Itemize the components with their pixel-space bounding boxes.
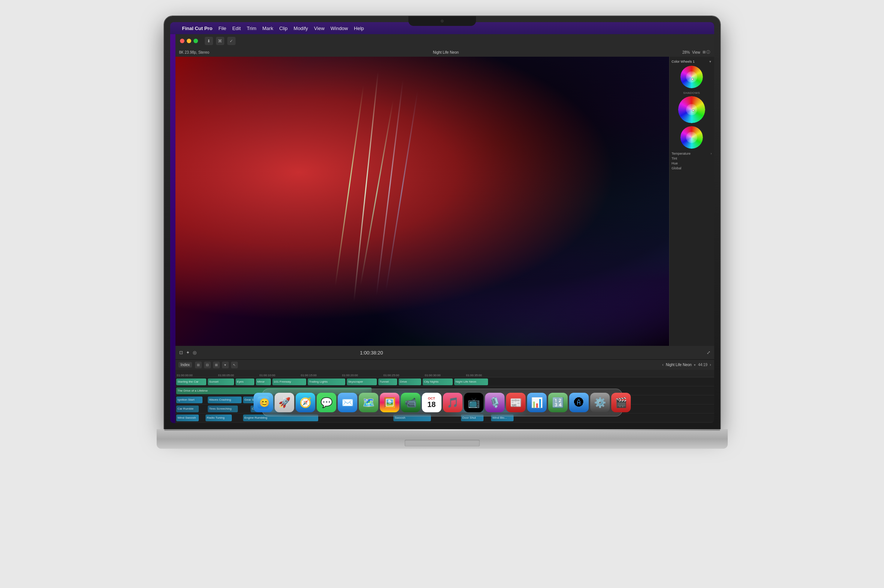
clip-trailing-lights[interactable]: Trailing Lights [308,378,345,385]
dock-icon-podcasts[interactable]: 🎙️ [485,393,505,412]
main-area: 8K 23.98p, Stereo Night Life Neon 28% Vi… [175,48,714,423]
screen: Final Cut Pro File Edit Trim Mark Clip M… [170,22,714,423]
clip-tires-screeching[interactable]: Tires Screeching [208,406,238,412]
crop-icon[interactable]: ⊡ [179,350,183,355]
ruler-time-1: 01:00:05:00 [218,374,234,377]
light-streak-1 [335,86,364,286]
clip-sunset[interactable]: Sunset [208,378,234,385]
clip-eyes[interactable]: Eyes [236,378,254,385]
close-button[interactable] [180,39,184,43]
ruler-time-4: 01:00:20:00 [342,374,358,377]
check-icon[interactable]: ✓ [227,37,236,45]
center-area: 8K 23.98p, Stereo Night Life Neon 28% Vi… [175,48,714,423]
maximize-button[interactable] [193,39,198,43]
fullscreen-button[interactable]: ⤢ [707,350,710,355]
playback-bar: ⊡ ✦ ◎ 1:00:38:20 ⤢ [175,346,714,359]
ruler-time-0: 01:00:00:00 [177,374,193,377]
clip-radio-tuning[interactable]: Radio Tuning [206,415,232,421]
menu-view[interactable]: View [314,26,325,31]
menu-window[interactable]: Window [331,26,348,31]
dock-icon-system-prefs[interactable]: ⚙️ [590,393,610,412]
dock-icon-keynote[interactable]: 📊 [527,393,547,412]
clip-skyscraper[interactable]: Skyscraper [347,378,377,385]
timeline-name-arrow[interactable]: ▾ [694,363,696,367]
minimize-button[interactable] [187,39,191,43]
connect-icon[interactable]: ⊟ [204,362,211,368]
insert-icon[interactable]: ⊠ [213,362,220,368]
temperature-row: Temperature › [672,152,712,155]
ruler-time-6: 01:00:30:00 [425,374,441,377]
share-icon[interactable]: ⌘ [216,37,224,45]
timeline-toolbar: Index ⊞ ⊟ ⊠ ▾ ↖ ‹ [175,359,714,370]
timeline-ruler: 01:00:00:00 01:00:05:00 01:00:10:00 01:0… [175,370,714,377]
color-panel-arrow[interactable]: ▼ [709,60,712,63]
menu-help[interactable]: Help [354,26,364,31]
video-canvas [175,57,669,346]
scene: Final Cut Pro File Edit Trim Mark Clip M… [0,0,884,588]
macbook-base [157,429,728,449]
dock-icon-facetime[interactable]: 📹 [401,393,420,412]
color-panel-label: Color Wheels 1 [672,60,695,63]
dock-icon-maps[interactable]: 🗺️ [359,393,378,412]
hinge-line [164,429,720,431]
midtones-color-wheel[interactable] [680,126,703,149]
dock-icon-numbers[interactable]: 🔢 [548,393,568,412]
overwrite-icon[interactable]: ▾ [222,362,229,368]
global-wheel-center [686,71,697,83]
light-streak-2 [354,71,379,301]
dock-icon-photos[interactable]: 🖼️ [380,393,399,412]
dock-icon-appstore[interactable]: 🅐 [569,393,589,412]
app-window: ⬇ ⌘ ✓ 8K 23.98p, Stereo Night Life [175,34,714,423]
clip-101-freeway[interactable]: 101 Freeway [272,378,306,385]
menu-trim[interactable]: Trim [247,26,257,31]
global-wheel-dot [691,78,694,80]
panel-icons[interactable]: ⊞ ⓘ [703,50,710,55]
timeline-nav-next[interactable]: › [710,363,711,367]
view-button[interactable]: View [692,50,700,54]
index-button[interactable]: Index [178,362,192,368]
dock-icon-safari[interactable]: 🧭 [296,393,315,412]
clip-drive[interactable]: Drive [399,378,421,385]
shadows-wheel-container [672,96,712,123]
dock-icon-launchpad[interactable]: 🚀 [275,393,294,412]
clip-car-rumble[interactable]: Car Rumble [176,406,199,412]
download-icon[interactable]: ⬇ [205,37,213,45]
global-color-wheel[interactable] [680,66,703,88]
clip-ignition-start[interactable]: Ignition Start [176,397,202,403]
dock-icon-appletv[interactable]: 📺 [464,393,484,412]
add-clip-icon[interactable]: ⊞ [195,362,202,368]
dock-icon-mail[interactable]: ✉️ [338,393,357,412]
temperature-arrow[interactable]: › [711,152,712,155]
dock-icon-messages[interactable]: 💬 [317,393,336,412]
menu-mark[interactable]: Mark [262,26,273,31]
dock-icon-calendar[interactable]: OCT 18 [422,393,441,412]
dock-icon-music[interactable]: 🎵 [443,393,462,412]
dock-icon-news[interactable]: 📰 [506,393,526,412]
clip-city-nights[interactable]: City Nights [423,378,453,385]
menu-edit[interactable]: Edit [232,26,240,31]
clip-wind-swoosh[interactable]: Wind Swoosh [176,415,199,421]
hue-label: Hue [672,161,678,165]
video-title: Night Life Neon [212,50,679,54]
clip-minor[interactable]: Minor [256,378,271,385]
menu-modify[interactable]: Modify [294,26,308,31]
clip-night-life-neon[interactable]: Night Life Neon [454,378,488,385]
clip-tunnel[interactable]: Tunnel [378,378,397,385]
timeline-nav-prev[interactable]: ‹ [662,363,663,367]
calendar-date: 18 [427,400,435,409]
menu-clip[interactable]: Clip [279,26,287,31]
menu-app-name[interactable]: Final Cut Pro [182,26,213,31]
menu-file[interactable]: File [218,26,226,31]
wave-icon[interactable]: ◎ [193,350,196,355]
dock-icon-final-cut-pro[interactable]: 🎬 [611,393,631,412]
clip-waves-crashing[interactable]: Waves Crashing [208,397,242,403]
shadows-color-wheel[interactable] [678,96,705,123]
zoom-level[interactable]: 28% [682,50,690,54]
preview-row: Color Wheels 1 ▼ [175,57,714,346]
tool-select-icon[interactable]: ↖ [231,362,238,368]
wand-icon[interactable]: ✦ [186,350,190,355]
hue-row: Hue [672,161,712,165]
ruler-time-2: 01:00:10:00 [260,374,275,377]
clip-starting-car[interactable]: Starting the Car [176,378,206,385]
dock-icon-finder[interactable]: 😊 [254,393,273,412]
